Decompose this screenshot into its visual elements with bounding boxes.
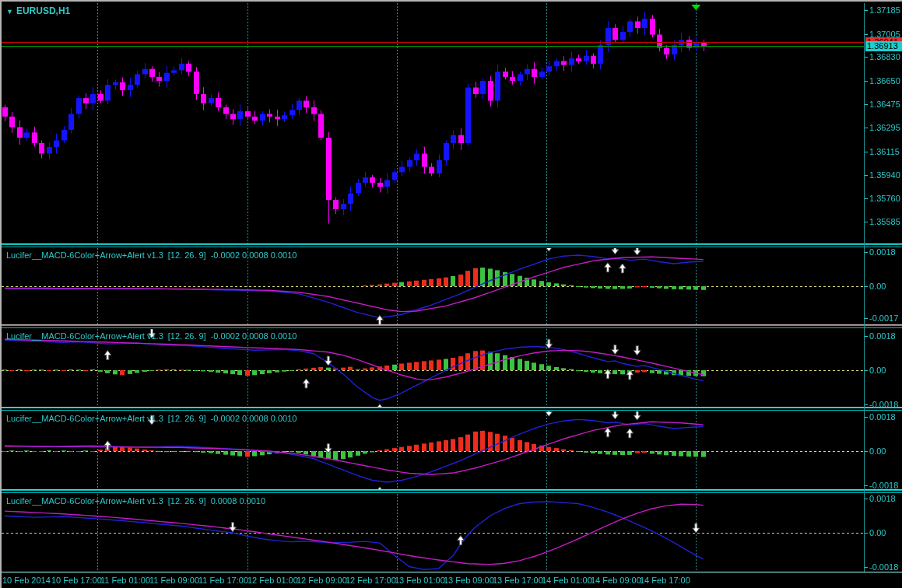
axis-label: 1.36650 <box>869 76 900 86</box>
indicator-title-3: Lucifer__MACD-6Color+Arrow+Alert v1.3[12… <box>6 414 301 423</box>
axis-tick <box>865 417 868 418</box>
indicator-params: [12. 26. 9] <box>168 331 206 341</box>
axis-tick <box>865 152 868 152</box>
indicator-title-4: Lucifer__MACD-6Color+Arrow+Alert v1.3[12… <box>6 496 270 506</box>
axis-label: 1.35760 <box>869 194 900 203</box>
time-axis-label: 10 Feb 17:00 <box>51 576 102 585</box>
axis-label: -0.0018 <box>869 481 898 490</box>
window-frame-top <box>0 0 902 2</box>
axis-label: 1.36115 <box>869 147 900 156</box>
axis-label: 1.36295 <box>869 123 900 132</box>
indicator-values: -0.0002 0.0008 0.0010 <box>211 331 297 341</box>
indicator-name: Lucifer__MACD-6Color+Arrow+Alert v1.3 <box>6 414 163 423</box>
axis-tick <box>865 252 868 253</box>
axis-tick <box>865 198 868 199</box>
current-price-tag: 1.36913 <box>865 41 902 51</box>
indicator-values: 0.0008 0.0010 <box>211 496 265 506</box>
axis-label: 0.0018 <box>869 412 896 422</box>
time-axis-label: 11 Feb 09:00 <box>149 576 199 585</box>
time-axis-label: 14 Feb 09:00 <box>591 576 641 585</box>
axis-label: 1.35585 <box>869 217 900 226</box>
indicator-name: Lucifer__MACD-6Color+Arrow+Alert v1.3 <box>6 496 163 506</box>
axis-tick <box>865 104 868 105</box>
axis-tick <box>865 286 868 287</box>
indicator-params: [12. 26. 9] <box>168 496 206 506</box>
axis-tick <box>865 336 868 337</box>
axis-label: 1.36475 <box>869 100 900 109</box>
time-axis-label: 11 Feb 17:00 <box>198 576 248 585</box>
axis-tick <box>865 567 868 568</box>
axis-tick <box>865 451 868 452</box>
time-axis-border <box>2 572 902 573</box>
indicator-title-2: Lucifer__MACD-6Color+Arrow+Alert v1.3[12… <box>6 331 301 341</box>
time-axis-label: 12 Feb 17:00 <box>346 576 396 585</box>
axis-tick <box>865 222 868 222</box>
axis-label: 0.00 <box>869 366 886 375</box>
axis-label: 0.0018 <box>869 247 896 257</box>
indicator-name: Lucifer__MACD-6Color+Arrow+Alert v1.3 <box>6 250 163 260</box>
axis-tick <box>865 485 868 486</box>
axis-label: -0.0018 <box>869 400 898 409</box>
axis-label: 1.37185 <box>869 5 900 15</box>
axis-tick <box>865 370 868 371</box>
time-axis-label: 14 Feb 17:00 <box>640 576 690 585</box>
pane-separator[interactable] <box>2 243 902 248</box>
axis-tick <box>865 533 868 534</box>
symbol-dropdown-icon[interactable]: ▼ <box>6 8 13 16</box>
time-axis-label: 13 Feb 09:00 <box>444 576 494 585</box>
axis-tick <box>865 81 868 82</box>
price-axis-border <box>864 3 865 572</box>
axis-tick <box>865 175 868 176</box>
pane-separator[interactable] <box>2 407 902 411</box>
indicator-values: -0.0002 0.0008 0.0010 <box>211 414 297 423</box>
time-axis-label: 13 Feb 17:00 <box>493 576 543 585</box>
axis-tick <box>865 34 868 35</box>
axis-label: 0.00 <box>869 282 886 291</box>
time-axis-label: 14 Feb 01:00 <box>542 576 592 585</box>
symbol-label[interactable]: ▼EURUSD,H1 <box>6 5 70 16</box>
axis-label: 0.0018 <box>869 331 896 341</box>
axis-label: -0.0018 <box>869 562 898 572</box>
chart-window: ▼EURUSD,H1 Lucifer__MACD-6Color+Arrow+Al… <box>0 0 902 588</box>
window-frame-left <box>0 0 2 588</box>
axis-tick <box>865 128 868 128</box>
axis-tick <box>865 318 868 319</box>
time-axis-label: 12 Feb 01:00 <box>247 576 298 585</box>
pane-separator[interactable] <box>2 489 902 494</box>
axis-label: 1.35940 <box>869 170 900 180</box>
indicator-params: [12. 26. 9] <box>168 414 206 423</box>
axis-label: 0.00 <box>869 446 886 456</box>
axis-label: -0.0017 <box>869 313 898 323</box>
time-axis-label: 12 Feb 09:00 <box>297 576 347 585</box>
time-axis-label: 11 Feb 01:00 <box>100 576 150 585</box>
axis-tick <box>865 404 868 405</box>
axis-label: 0.0018 <box>869 494 896 503</box>
indicator-values: -0.0002 0.0008 0.0010 <box>211 250 297 260</box>
symbol-text: EURUSD,H1 <box>16 5 70 16</box>
time-axis-label: 10 Feb 2014 <box>2 576 51 585</box>
indicator-title-1: Lucifer__MACD-6Color+Arrow+Alert v1.3[12… <box>6 250 301 260</box>
axis-tick <box>865 10 868 11</box>
pane-separator[interactable] <box>2 324 902 329</box>
indicator-params: [12. 26. 9] <box>168 250 206 260</box>
time-axis-label: 13 Feb 01:00 <box>395 576 445 585</box>
axis-label: 0.00 <box>869 528 886 537</box>
axis-tick <box>865 57 868 58</box>
indicator-name: Lucifer__MACD-6Color+Arrow+Alert v1.3 <box>6 331 163 341</box>
axis-tick <box>865 499 868 499</box>
axis-label: 1.36830 <box>869 52 900 61</box>
